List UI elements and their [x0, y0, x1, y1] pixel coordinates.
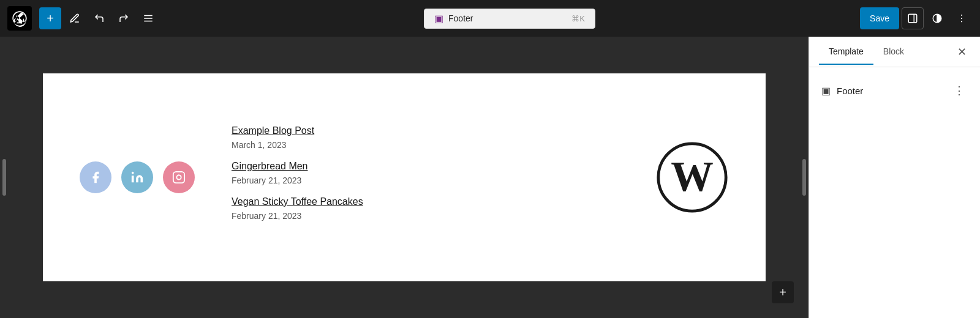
svg-point-8	[961, 21, 962, 22]
post-title-2[interactable]: Gingerbread Men	[232, 161, 619, 172]
facebook-icon[interactable]	[80, 161, 111, 193]
list-view-button[interactable]	[137, 7, 159, 29]
wp-logo[interactable]	[7, 6, 32, 31]
svg-point-7	[961, 18, 962, 19]
post-date-2: February 21, 2023	[232, 176, 619, 185]
sidebar-toggle-button[interactable]	[902, 7, 924, 29]
main-area: Example Blog Post March 1, 2023 Gingerbr…	[0, 37, 980, 318]
panel-body: ▣ Footer ⋮	[809, 67, 980, 318]
left-scrollbar[interactable]	[0, 37, 9, 318]
panel-footer-item: ▣ Footer ⋮	[819, 77, 970, 104]
template-icon: ▣	[434, 13, 443, 24]
svg-point-6	[961, 15, 962, 16]
svg-rect-3	[908, 14, 917, 23]
redo-button[interactable]	[113, 7, 135, 29]
svg-point-9	[132, 172, 134, 174]
panel-item-icon: ▣	[821, 85, 831, 97]
template-name: Footer	[448, 13, 473, 23]
template-pill[interactable]: ▣ Footer ⌘K	[424, 9, 595, 29]
panel-close-button[interactable]: ✕	[953, 43, 970, 61]
panel-item-more-button[interactable]: ⋮	[951, 82, 968, 99]
panel-item-label: Footer	[837, 86, 944, 96]
toolbar-center: ▣ Footer ⌘K	[162, 9, 858, 29]
panel-tabs: Template Block	[819, 39, 953, 65]
post-title-3[interactable]: Vegan Sticky Toffee Pancakes	[232, 196, 619, 207]
post-date-3: February 21, 2023	[232, 211, 619, 221]
social-icons-group	[80, 161, 195, 193]
post-date-1: March 1, 2023	[232, 140, 619, 150]
undo-button[interactable]	[88, 7, 110, 29]
left-scrollbar-thumb	[2, 159, 6, 196]
post-title-1[interactable]: Example Blog Post	[232, 125, 619, 136]
footer-canvas: Example Blog Post March 1, 2023 Gingerbr…	[43, 73, 766, 281]
main-toolbar: + ▣ Footer ⌘K	[0, 0, 980, 37]
toolbar-left: +	[7, 6, 159, 31]
shortcut-label: ⌘K	[571, 14, 585, 23]
more-options-button[interactable]	[951, 7, 973, 29]
svg-text:W: W	[671, 153, 714, 200]
add-block-button[interactable]: +	[39, 7, 61, 29]
canvas-area: Example Blog Post March 1, 2023 Gingerbr…	[0, 37, 809, 318]
svg-rect-10	[173, 172, 184, 183]
wp-brand-logo: W	[655, 141, 729, 214]
right-scrollbar-thumb	[802, 159, 806, 196]
right-scrollbar[interactable]	[800, 37, 809, 318]
contrast-toggle-button[interactable]	[926, 7, 948, 29]
right-panel: Template Block ✕ ▣ Footer ⋮	[809, 37, 980, 318]
canvas-add-button[interactable]: +	[772, 281, 794, 303]
panel-header: Template Block ✕	[809, 37, 980, 67]
linkedin-icon[interactable]	[121, 161, 153, 193]
toolbar-right: Save	[860, 7, 973, 29]
blog-posts-list: Example Blog Post March 1, 2023 Gingerbr…	[232, 125, 619, 229]
save-button[interactable]: Save	[860, 7, 899, 29]
edit-tool-button[interactable]	[64, 7, 86, 29]
tab-block[interactable]: Block	[873, 39, 914, 65]
instagram-icon[interactable]	[163, 161, 195, 193]
tab-template[interactable]: Template	[819, 39, 873, 65]
